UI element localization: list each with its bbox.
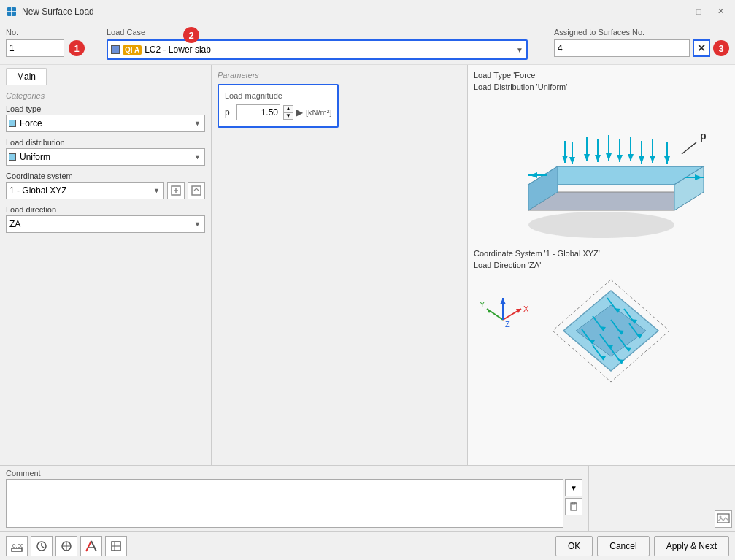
svg-marker-21 [650, 156, 655, 163]
panel-inner: Categories Load type Force ▼ Load distri… [0, 85, 211, 465]
svg-rect-6 [192, 186, 201, 195]
image-button[interactable] [715, 510, 732, 528]
top-viz-container: p [474, 97, 729, 243]
tool-btn-3[interactable] [55, 536, 77, 556]
no-field-group: No. 1 1 [6, 28, 101, 60]
coordinate-system-select[interactable]: 1 - Global XYZ [6, 182, 164, 199]
comment-paste-button[interactable] [565, 498, 582, 515]
bottom-viz-area: X Y Z [474, 272, 729, 389]
svg-marker-13 [562, 156, 568, 163]
spin-down-button[interactable]: ▼ [283, 112, 293, 120]
ok-button[interactable]: OK [555, 536, 593, 556]
svg-line-83 [91, 541, 96, 551]
top-viz-svg: p [485, 97, 718, 243]
coordinate-system-field: Coordinate system 1 - Global XYZ ▼ [6, 172, 205, 199]
tool-btn-4[interactable] [80, 536, 102, 556]
load-direction-label: Load direction [6, 205, 205, 214]
main-content: No. 1 1 Load Case QI A LC2 - Lower slab … [0, 23, 735, 560]
tool-btn-2[interactable] [31, 536, 53, 556]
svg-line-37 [682, 142, 696, 154]
svg-marker-27 [617, 155, 623, 162]
svg-marker-31 [664, 156, 670, 164]
parameters-title: Parameters [218, 71, 461, 80]
apply-next-button[interactable]: Apply & Next [654, 536, 729, 556]
footer-tools: 0.00 [6, 536, 127, 556]
svg-marker-17 [606, 153, 612, 161]
svg-text:p: p [700, 130, 707, 142]
footer-actions: OK Cancel Apply & Next [555, 536, 729, 556]
left-panel: Main Categories Load type Force ▼ [0, 65, 212, 465]
p-unit: [kN/m²] [306, 108, 331, 117]
svg-text:Y: Y [480, 300, 485, 309]
assigned-field-group: Assigned to Surfaces No. ✕ 3 [554, 28, 729, 60]
close-button[interactable]: ✕ [712, 3, 729, 20]
load-type-select-wrapper: Force ▼ [6, 115, 205, 132]
assigned-input[interactable] [554, 39, 690, 57]
badge-2: 2 [183, 27, 199, 43]
svg-marker-19 [628, 154, 634, 161]
comment-area: Comment ▼ [0, 466, 589, 531]
no-label: No. [6, 28, 101, 37]
comment-input[interactable] [6, 479, 563, 528]
svg-line-82 [86, 541, 91, 551]
svg-text:0.00: 0.00 [12, 542, 23, 549]
param-arrow[interactable]: ▶ [296, 107, 303, 118]
maximize-button[interactable]: □ [690, 3, 707, 20]
svg-rect-72 [717, 514, 729, 523]
cancel-button[interactable]: Cancel [597, 536, 649, 556]
load-case-box[interactable]: QI A LC2 - Lower slab ▼ [107, 39, 528, 60]
assigned-label: Assigned to Surfaces No. [554, 28, 729, 37]
coord-btn-1[interactable] [167, 182, 185, 199]
tool-btn-5[interactable] [105, 536, 127, 556]
tab-main[interactable]: Main [6, 68, 47, 85]
load-type-select[interactable]: Force [6, 115, 205, 132]
tab-bar: Main [0, 65, 211, 85]
coord-info-line1: Coordinate System '1 - Global XYZ' [474, 249, 729, 258]
svg-text:Z: Z [505, 320, 510, 329]
load-direction-field: Load direction ZA ▼ [6, 205, 205, 233]
no-input[interactable]: 1 [6, 39, 64, 57]
spin-up-button[interactable]: ▲ [283, 105, 293, 112]
p-label: p [225, 107, 234, 118]
p-input[interactable] [236, 104, 280, 120]
load-case-color [111, 45, 120, 54]
comment-right [589, 466, 735, 531]
svg-marker-15 [584, 154, 590, 161]
svg-marker-25 [595, 155, 601, 162]
tool-btn-1[interactable]: 0.00 [6, 536, 28, 556]
content-area: Main Categories Load type Force ▼ [0, 65, 735, 465]
assigned-row: ✕ 3 [554, 39, 729, 57]
right-panel: Load Type 'Force' Load Distribution 'Uni… [468, 65, 735, 465]
load-direction-select[interactable]: ZA [6, 215, 205, 233]
load-distribution-label: Load distribution [6, 138, 205, 147]
svg-point-7 [528, 212, 674, 238]
load-case-dropdown-icon[interactable]: ▼ [516, 46, 523, 54]
assigned-select-button[interactable]: ✕ [693, 39, 710, 57]
minimize-button[interactable]: − [668, 3, 685, 20]
comment-dropdown-button[interactable]: ▼ [565, 479, 582, 496]
coordinate-system-row: 1 - Global XYZ ▼ [6, 182, 205, 199]
svg-rect-70 [571, 503, 577, 510]
svg-marker-45 [500, 298, 506, 304]
title-bar: New Surface Load − □ ✕ [0, 0, 735, 23]
categories-title: Categories [6, 91, 205, 100]
window-title: New Surface Load [22, 7, 663, 17]
load-type-label: Load type [6, 104, 205, 113]
svg-point-73 [720, 515, 722, 518]
svg-marker-29 [639, 156, 644, 164]
coordinate-system-label: Coordinate system [6, 172, 205, 180]
svg-line-78 [42, 546, 44, 548]
load-distribution-color-dot [9, 153, 16, 161]
comment-label: Comment [6, 469, 582, 477]
footer: 0.00 OK Cancel Apply & Next [0, 531, 735, 560]
load-direction-select-wrapper: ZA ▼ [6, 215, 205, 233]
coord-select-wrapper: 1 - Global XYZ ▼ [6, 182, 164, 199]
svg-marker-23 [569, 157, 575, 164]
comment-buttons: ▼ [565, 479, 582, 528]
load-case-field-group: Load Case QI A LC2 - Lower slab ▼ [107, 28, 548, 60]
right-info-line1: Load Type 'Force' [474, 71, 729, 80]
coord-btn-2[interactable] [188, 182, 205, 199]
load-case-label: Load Case [107, 28, 548, 37]
load-distribution-select[interactable]: Uniform [6, 148, 205, 166]
badge-3: 3 [713, 40, 729, 56]
